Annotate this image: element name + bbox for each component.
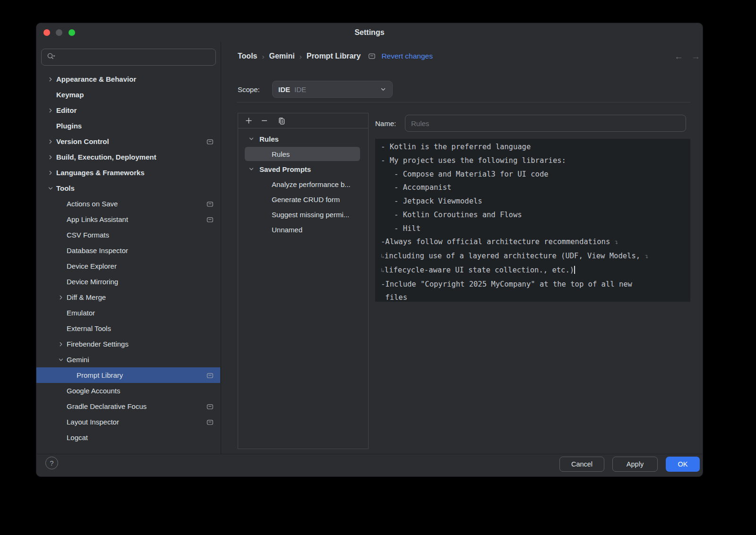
sidebar-item-label: Languages & Frameworks <box>56 169 145 177</box>
prompt-text-editor[interactable]: - Kotlin is the preferred language- My p… <box>375 139 690 302</box>
minimize-window-button[interactable] <box>56 29 62 36</box>
sidebar-item-layout-inspector[interactable]: Layout Inspector <box>36 414 220 430</box>
sidebar-item-label: Version Control <box>56 137 109 145</box>
sidebar-item-prompt-library[interactable]: Prompt Library <box>36 367 220 383</box>
prompt-name-input[interactable] <box>405 115 686 132</box>
prompt-tree: RulesRulesSaved PromptsAnalyze performan… <box>238 128 368 237</box>
search-input[interactable] <box>59 53 211 61</box>
sidebar-item-diff-merge[interactable]: Diff & Merge <box>36 289 220 305</box>
prompt-text-line: ↳including use of a layered architecture… <box>381 249 685 263</box>
prompt-group-rules[interactable]: Rules <box>238 131 368 146</box>
ide-settings-marker-icon <box>368 53 376 59</box>
sidebar-item-label: Logcat <box>67 433 88 442</box>
breadcrumb-prompt-library: Prompt Library <box>307 52 361 60</box>
sidebar-item-editor[interactable]: Editor <box>36 102 220 118</box>
soft-wrap-icon: ↳ <box>381 253 385 260</box>
prompt-text-line: - My project uses the following librarie… <box>381 154 685 168</box>
history-back-icon[interactable]: ← <box>674 51 683 62</box>
ide-settings-marker-icon <box>206 419 214 427</box>
prompt-item-rules[interactable]: Rules <box>238 146 368 161</box>
help-button[interactable]: ? <box>45 457 58 469</box>
prompt-item-suggest-missing-permi[interactable]: Suggest missing permi... <box>238 207 368 222</box>
sidebar-item-label: Device Explorer <box>67 262 117 270</box>
ide-settings-marker-icon <box>206 216 214 224</box>
chevron-right-icon[interactable] <box>48 139 53 144</box>
prompt-text-line: - Compose and Material3 for UI code <box>381 168 685 181</box>
sidebar-item-app-links-assistant[interactable]: App Links Assistant <box>36 212 220 227</box>
divider <box>237 102 690 102</box>
sidebar-item-build-execution-deployment[interactable]: Build, Execution, Deployment <box>36 149 220 165</box>
chevron-right-icon[interactable] <box>48 154 53 160</box>
ide-settings-marker-icon <box>206 372 214 380</box>
titlebar: Settings <box>36 23 703 42</box>
settings-search-box[interactable] <box>41 49 216 66</box>
sidebar-item-label: Prompt Library <box>77 371 123 379</box>
sidebar-item-firebender-settings[interactable]: Firebender Settings <box>36 336 220 352</box>
history-forward-icon[interactable]: → <box>691 51 700 62</box>
breadcrumb-gemini[interactable]: Gemini <box>269 52 294 60</box>
selection-highlight <box>245 147 360 161</box>
sidebar-item-actions-on-save[interactable]: Actions on Save <box>36 196 220 212</box>
zoom-window-button[interactable] <box>69 29 75 36</box>
chevron-right-icon[interactable] <box>58 341 64 347</box>
chevron-right-icon[interactable] <box>48 108 53 113</box>
sidebar-item-tools[interactable]: Tools <box>36 180 220 196</box>
chevron-down-icon[interactable] <box>58 357 64 363</box>
revert-changes-link[interactable]: Revert changes <box>381 52 433 60</box>
sidebar-item-languages-frameworks[interactable]: Languages & Frameworks <box>36 165 220 180</box>
sidebar-item-appearance-behavior[interactable]: Appearance & Behavior <box>36 71 220 87</box>
sidebar-item-gemini[interactable]: Gemini <box>36 352 220 367</box>
breadcrumb-separator: › <box>300 52 302 60</box>
add-prompt-button[interactable] <box>244 116 253 126</box>
prompt-item-generate-crud-form[interactable]: Generate CRUD form <box>238 192 368 207</box>
apply-button[interactable]: Apply <box>612 457 658 472</box>
sidebar-item-google-accounts[interactable]: Google Accounts <box>36 383 220 399</box>
prompt-text-line: ↳lifecycle-aware UI state collection., e… <box>381 263 685 278</box>
chevron-right-icon[interactable] <box>48 76 53 82</box>
scope-dropdown[interactable]: IDE IDE <box>272 81 393 98</box>
prompt-text-line: - Kotlin is the preferred language <box>381 140 685 154</box>
sidebar-item-gradle-declarative-focus[interactable]: Gradle Declarative Focus <box>36 399 220 414</box>
copy-prompt-button[interactable] <box>277 116 286 126</box>
sidebar-item-device-mirroring[interactable]: Device Mirroring <box>36 274 220 289</box>
sidebar-item-label: Appearance & Behavior <box>56 75 136 83</box>
prompt-item-analyze-performance-b[interactable]: Analyze performance b... <box>238 177 368 192</box>
settings-tree: Appearance & BehaviorKeymapEditorPlugins… <box>36 71 220 445</box>
sidebar-item-label: App Links Assistant <box>67 215 128 223</box>
chevron-right-icon[interactable] <box>58 295 64 300</box>
chevron-right-icon[interactable] <box>48 170 53 176</box>
sidebar-item-plugins[interactable]: Plugins <box>36 118 220 134</box>
sidebar-item-database-inspector[interactable]: Database Inspector <box>36 243 220 258</box>
sidebar-item-version-control[interactable]: Version Control <box>36 134 220 149</box>
sidebar-item-logcat[interactable]: Logcat <box>36 430 220 445</box>
question-mark-icon: ? <box>50 459 53 467</box>
cancel-button[interactable]: Cancel <box>559 457 604 472</box>
ok-button[interactable]: OK <box>666 457 700 472</box>
prompt-group-saved-prompts[interactable]: Saved Prompts <box>238 161 368 177</box>
sidebar-item-label: Actions on Save <box>67 200 118 208</box>
prompt-text-line: -Include "Copyright 2025 MyCompany" at t… <box>381 278 685 291</box>
chevron-down-icon[interactable] <box>48 186 53 191</box>
prompt-item-unnamed[interactable]: Unnamed <box>238 222 368 237</box>
sidebar-item-device-explorer[interactable]: Device Explorer <box>36 258 220 274</box>
prompt-text-line: - Accompanist <box>381 181 685 195</box>
prompt-text-line: - Jetpack Viewmodels <box>381 195 685 208</box>
sidebar-item-label: Keymap <box>56 91 84 99</box>
sidebar-item-csv-formats[interactable]: CSV Formats <box>36 227 220 243</box>
sidebar-item-emulator[interactable]: Emulator <box>36 305 220 321</box>
dialog-footer: ? Cancel Apply OK <box>36 454 703 476</box>
sidebar-item-label: Diff & Merge <box>67 293 106 301</box>
ide-settings-marker-icon <box>206 138 214 146</box>
prompt-item-label: Rules <box>272 150 290 158</box>
close-window-button[interactable] <box>43 29 50 36</box>
scope-row: Scope: IDE IDE <box>238 81 393 98</box>
chevron-down-icon[interactable] <box>249 165 254 173</box>
sidebar-item-label: Gemini <box>67 356 89 364</box>
ide-settings-marker-icon <box>206 201 214 209</box>
sidebar-item-keymap[interactable]: Keymap <box>36 87 220 102</box>
remove-prompt-button[interactable] <box>259 116 269 126</box>
sidebar-item-external-tools[interactable]: External Tools <box>36 321 220 336</box>
sidebar-item-label: Database Inspector <box>67 246 128 255</box>
breadcrumb-tools[interactable]: Tools <box>238 52 257 60</box>
chevron-down-icon[interactable] <box>249 135 254 143</box>
